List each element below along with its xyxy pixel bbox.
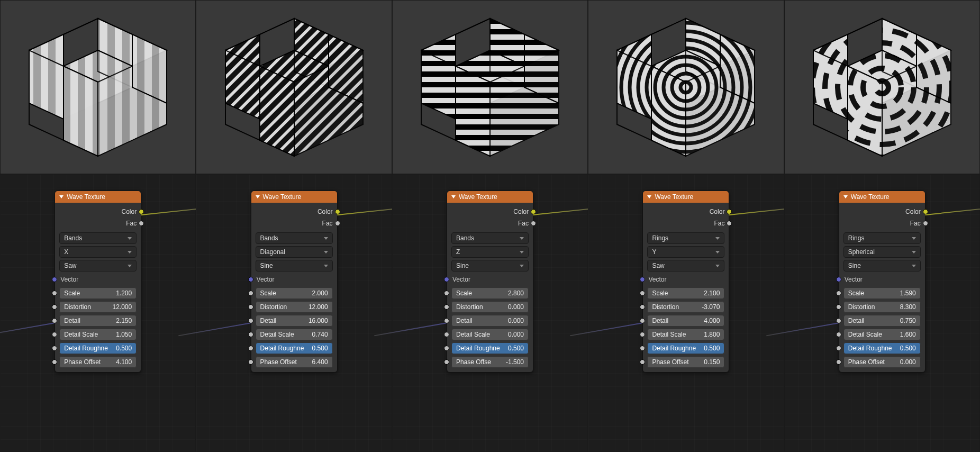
wave-texture-node[interactable]: Wave Texture Color Fac Bands X Saw [55, 191, 141, 373]
socket-grey-icon[interactable] [836, 318, 841, 323]
socket-grey-icon[interactable] [640, 304, 645, 310]
phase-offset-row[interactable]: Phase Offset 0.150 [647, 356, 724, 368]
detail_scale-field[interactable]: Detail Scale 1.800 [647, 329, 724, 340]
distortion-row[interactable]: Distortion 0.000 [451, 301, 529, 313]
node-editor-2[interactable]: Wave Texture Color Fac Bands Z Sine [392, 174, 588, 452]
socket-grey-icon[interactable] [444, 332, 449, 337]
distortion-field[interactable]: Distortion 12.000 [256, 301, 333, 313]
detail_roughness-field[interactable]: Detail Roughne 0.500 [59, 342, 137, 354]
detail_roughness-row[interactable]: Detail Roughne 0.500 [451, 342, 529, 354]
vector-input[interactable]: Vector [451, 274, 529, 285]
profile-select[interactable]: Sine [256, 260, 333, 272]
socket-grey-icon[interactable] [444, 359, 449, 365]
socket-fac-icon[interactable] [139, 221, 144, 226]
detail_roughness-row[interactable]: Detail Roughne 0.500 [59, 342, 137, 354]
output-color[interactable]: Color [451, 206, 529, 218]
detail_scale-field[interactable]: Detail Scale 1.050 [59, 329, 137, 340]
collapse-icon[interactable] [647, 195, 651, 198]
node-editor-3[interactable]: Wave Texture Color Fac Rings Y Saw [588, 174, 784, 452]
node-header[interactable]: Wave Texture [643, 191, 729, 203]
phase-offset-row[interactable]: Phase Offset 4.100 [59, 356, 137, 368]
output-color[interactable]: Color [647, 206, 724, 218]
vector-input[interactable]: Vector [59, 274, 137, 285]
detail-field[interactable]: Detail 16.000 [256, 315, 333, 327]
wave-texture-node[interactable]: Wave Texture Color Fac Rings Spherical S… [839, 191, 925, 373]
socket-grey-icon[interactable] [52, 359, 57, 365]
wave-type-select[interactable]: Rings [843, 232, 921, 244]
direction-select[interactable]: Diagonal [256, 246, 333, 258]
phase-offset-row[interactable]: Phase Offset 0.000 [843, 356, 921, 368]
distortion-row[interactable]: Distortion -3.070 [647, 301, 724, 313]
profile-select[interactable]: Sine [451, 260, 529, 272]
distortion-field[interactable]: Distortion 8.300 [843, 301, 921, 313]
node-header[interactable]: Wave Texture [447, 191, 533, 203]
socket-grey-icon[interactable] [836, 304, 841, 310]
scale-row[interactable]: Scale 2.000 [256, 287, 333, 299]
distortion-field[interactable]: Distortion -3.070 [647, 301, 724, 313]
socket-grey-icon[interactable] [52, 332, 57, 337]
socket-vector-icon[interactable] [444, 277, 449, 282]
socket-fac-icon[interactable] [923, 221, 928, 226]
node-header[interactable]: Wave Texture [55, 191, 141, 203]
wave-type-select[interactable]: Bands [451, 232, 529, 244]
node-editor-4[interactable]: Wave Texture Color Fac Rings Spherical S… [784, 174, 980, 452]
detail-field[interactable]: Detail 4.000 [647, 315, 724, 327]
detail_roughness-field[interactable]: Detail Roughne 0.500 [451, 342, 529, 354]
socket-grey-icon[interactable] [248, 291, 253, 296]
socket-grey-icon[interactable] [640, 332, 645, 337]
detail-row[interactable]: Detail 0.750 [843, 315, 921, 327]
socket-grey-icon[interactable] [836, 346, 841, 351]
wave-texture-node[interactable]: Wave Texture Color Fac Bands Diagonal Si… [251, 191, 338, 373]
socket-fac-icon[interactable] [335, 221, 340, 226]
direction-select[interactable]: Spherical [843, 246, 921, 258]
socket-color-icon[interactable] [923, 209, 928, 214]
node-editor-1[interactable]: Wave Texture Color Fac Bands Diagonal Si… [196, 174, 392, 452]
socket-grey-icon[interactable] [836, 359, 841, 365]
detail_scale-row[interactable]: Detail Scale 0.000 [451, 329, 529, 340]
detail_scale-row[interactable]: Detail Scale 1.600 [843, 329, 921, 340]
phase-offset-field[interactable]: Phase Offset 0.000 [843, 356, 921, 368]
vector-input[interactable]: Vector [647, 274, 724, 285]
detail-row[interactable]: Detail 2.150 [59, 315, 137, 327]
socket-vector-icon[interactable] [248, 277, 253, 282]
socket-vector-icon[interactable] [640, 277, 645, 282]
output-color[interactable]: Color [59, 206, 137, 218]
scale-row[interactable]: Scale 2.800 [451, 287, 529, 299]
detail-row[interactable]: Detail 4.000 [647, 315, 724, 327]
phase-offset-field[interactable]: Phase Offset 6.400 [256, 356, 333, 368]
phase-offset-row[interactable]: Phase Offset 6.400 [256, 356, 333, 368]
direction-select[interactable]: X [59, 246, 137, 258]
collapse-icon[interactable] [59, 195, 63, 198]
wave-type-select[interactable]: Bands [59, 232, 137, 244]
distortion-row[interactable]: Distortion 12.000 [256, 301, 333, 313]
profile-select[interactable]: Saw [647, 260, 724, 272]
scale-row[interactable]: Scale 1.590 [843, 287, 921, 299]
socket-grey-icon[interactable] [640, 359, 645, 365]
scale-row[interactable]: Scale 1.200 [59, 287, 137, 299]
socket-grey-icon[interactable] [444, 304, 449, 310]
distortion-field[interactable]: Distortion 12.000 [59, 301, 137, 313]
output-color[interactable]: Color [843, 206, 921, 218]
detail_roughness-field[interactable]: Detail Roughne 0.500 [256, 342, 333, 354]
phase-offset-field[interactable]: Phase Offse -1.500 [451, 356, 529, 368]
phase-offset-field[interactable]: Phase Offset 4.100 [59, 356, 137, 368]
detail_roughness-row[interactable]: Detail Roughne 0.500 [843, 342, 921, 354]
vector-input[interactable]: Vector [256, 274, 333, 285]
scale-row[interactable]: Scale 2.100 [647, 287, 724, 299]
detail_scale-field[interactable]: Detail Scale 0.740 [256, 329, 333, 340]
socket-grey-icon[interactable] [836, 332, 841, 337]
detail-field[interactable]: Detail 0.000 [451, 315, 529, 327]
detail_scale-field[interactable]: Detail Scale 1.600 [843, 329, 921, 340]
scale-field[interactable]: Scale 1.590 [843, 287, 921, 299]
socket-grey-icon[interactable] [248, 359, 253, 365]
collapse-icon[interactable] [451, 195, 456, 198]
scale-field[interactable]: Scale 2.100 [647, 287, 724, 299]
scale-field[interactable]: Scale 2.000 [256, 287, 333, 299]
socket-grey-icon[interactable] [52, 304, 57, 310]
socket-grey-icon[interactable] [640, 346, 645, 351]
socket-grey-icon[interactable] [52, 291, 57, 296]
detail-row[interactable]: Detail 0.000 [451, 315, 529, 327]
socket-grey-icon[interactable] [248, 346, 253, 351]
wave-texture-node[interactable]: Wave Texture Color Fac Rings Y Saw [642, 191, 729, 373]
detail_roughness-field[interactable]: Detail Roughne 0.500 [647, 342, 724, 354]
